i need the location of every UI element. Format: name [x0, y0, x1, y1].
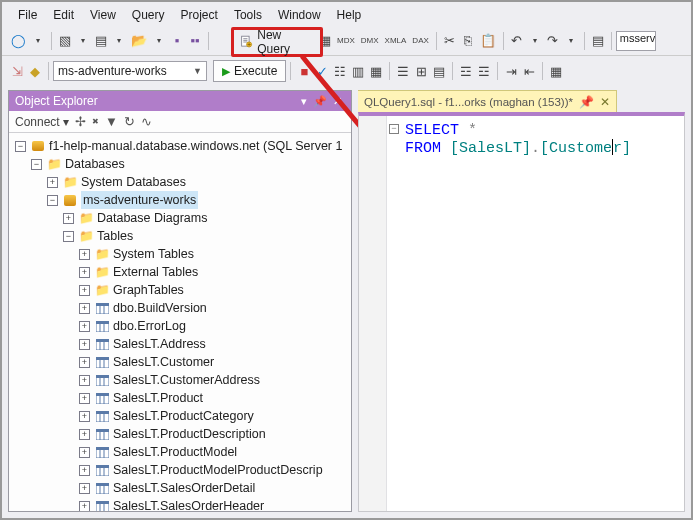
tree-table[interactable]: SalesLT.SalesOrderHeader: [113, 497, 264, 511]
expand-icon[interactable]: +: [79, 321, 90, 332]
tree-table[interactable]: SalesLT.SalesOrderDetail: [113, 479, 255, 497]
undo-icon[interactable]: ↶: [508, 30, 526, 52]
tree-table[interactable]: SalesLT.ProductDescription: [113, 425, 266, 443]
tree-table[interactable]: SalesLT.Customer: [113, 353, 214, 371]
database-selector[interactable]: ms-adventure-works ▼: [53, 61, 207, 81]
stop-icon[interactable]: ✖: [92, 117, 99, 126]
save-icon[interactable]: ▪: [168, 30, 186, 52]
live-stats-icon[interactable]: ▦: [367, 60, 385, 82]
dropdown-arrow-icon[interactable]: ▾: [526, 30, 544, 52]
specify-values-icon[interactable]: ▦: [547, 60, 565, 82]
execute-button[interactable]: ▶ Execute: [213, 60, 286, 82]
uncomment-icon[interactable]: ☲: [475, 60, 493, 82]
pin-icon[interactable]: 📌: [310, 95, 330, 108]
xmla-icon[interactable]: XMLA: [382, 30, 410, 52]
close-icon[interactable]: ✕: [600, 95, 610, 109]
results-text-icon[interactable]: ☰: [394, 60, 412, 82]
dax-icon[interactable]: DAX: [409, 30, 431, 52]
collapse-icon[interactable]: −: [15, 141, 26, 152]
expand-icon[interactable]: +: [79, 357, 90, 368]
menu-edit[interactable]: Edit: [45, 6, 82, 24]
menu-query[interactable]: Query: [124, 6, 173, 24]
tree-server[interactable]: f1-help-manual.database.windows.net (SQL…: [49, 137, 342, 155]
tree-table[interactable]: SalesLT.Product: [113, 389, 203, 407]
tree-table[interactable]: SalesLT.ProductModelProductDescrip: [113, 461, 323, 479]
server-combo[interactable]: msservi: [616, 31, 656, 51]
open-icon[interactable]: 📂: [128, 30, 150, 52]
menu-file[interactable]: File: [10, 6, 45, 24]
attach-icon[interactable]: ⇲: [8, 60, 26, 82]
refresh-icon[interactable]: ↻: [124, 114, 135, 129]
tree-graph-tables[interactable]: GraphTables: [113, 281, 184, 299]
collapse-icon[interactable]: −: [31, 159, 42, 170]
paste-icon[interactable]: 📋: [477, 30, 499, 52]
properties-icon[interactable]: ▤: [589, 30, 607, 52]
menu-window[interactable]: Window: [270, 6, 329, 24]
expand-icon[interactable]: +: [79, 411, 90, 422]
redo-icon[interactable]: ↷: [544, 30, 562, 52]
tree-system-tables[interactable]: System Tables: [113, 245, 194, 263]
tree-table[interactable]: SalesLT.ProductModel: [113, 443, 237, 461]
expand-icon[interactable]: +: [79, 303, 90, 314]
indent-icon[interactable]: ⇥: [502, 60, 520, 82]
dropdown-arrow-icon[interactable]: ▾: [74, 30, 92, 52]
menu-tools[interactable]: Tools: [226, 6, 270, 24]
results-file-icon[interactable]: ▤: [430, 60, 448, 82]
tree-selected-db[interactable]: ms-adventure-works: [81, 191, 198, 209]
expand-icon[interactable]: +: [79, 483, 90, 494]
expand-icon[interactable]: +: [79, 285, 90, 296]
collapse-icon[interactable]: −: [47, 195, 58, 206]
parse-icon[interactable]: ✓: [313, 60, 331, 82]
document-tab[interactable]: QLQuery1.sql - f1...orks (maghan (153))*…: [358, 90, 617, 112]
stop-icon[interactable]: ■: [295, 60, 313, 82]
mdx-icon[interactable]: MDX: [334, 30, 358, 52]
expand-icon[interactable]: +: [79, 501, 90, 512]
outline-collapse-icon[interactable]: −: [389, 124, 399, 134]
results-grid-icon[interactable]: ⊞: [412, 60, 430, 82]
expand-icon[interactable]: +: [79, 465, 90, 476]
comment-icon[interactable]: ☲: [457, 60, 475, 82]
connect-dropdown[interactable]: Connect ▾: [15, 115, 69, 129]
object-explorer-title-bar[interactable]: Object Explorer ▾ 📌 ✕: [9, 91, 351, 111]
tree-databases[interactable]: Databases: [65, 155, 125, 173]
copy-icon[interactable]: ⎘: [459, 30, 477, 52]
tree-table[interactable]: SalesLT.CustomerAddress: [113, 371, 260, 389]
tree-table[interactable]: dbo.ErrorLog: [113, 317, 186, 335]
close-icon[interactable]: ✕: [330, 95, 345, 108]
menu-project[interactable]: Project: [173, 6, 226, 24]
display-plan-icon[interactable]: ☷: [331, 60, 349, 82]
tree-system-databases[interactable]: System Databases: [81, 173, 186, 191]
tree-external-tables[interactable]: External Tables: [113, 263, 198, 281]
tree-table[interactable]: SalesLT.Address: [113, 335, 206, 353]
expand-icon[interactable]: +: [79, 429, 90, 440]
object-explorer-tree[interactable]: −f1-help-manual.database.windows.net (SQ…: [9, 133, 351, 511]
dropdown-arrow-icon[interactable]: ▾: [29, 30, 47, 52]
collapse-icon[interactable]: −: [63, 231, 74, 242]
tree-table[interactable]: SalesLT.ProductCategory: [113, 407, 254, 425]
expand-icon[interactable]: +: [79, 267, 90, 278]
tree-table[interactable]: dbo.BuildVersion: [113, 299, 207, 317]
window-position-icon[interactable]: ▾: [298, 95, 310, 108]
activity-icon[interactable]: ∿: [141, 114, 152, 129]
filter-icon[interactable]: ✢: [75, 114, 86, 129]
tree-db-diagrams[interactable]: Database Diagrams: [97, 209, 207, 227]
new-query-button[interactable]: New Query: [231, 27, 323, 57]
new-item-icon[interactable]: ▤: [92, 30, 110, 52]
filter2-icon[interactable]: ▼: [105, 114, 118, 129]
tree-tables[interactable]: Tables: [97, 227, 133, 245]
query-editor[interactable]: − SELECT * FROM [SalesLT].[Customer]: [358, 112, 685, 512]
expand-icon[interactable]: +: [79, 339, 90, 350]
include-plan-icon[interactable]: ▥: [349, 60, 367, 82]
expand-icon[interactable]: +: [79, 249, 90, 260]
nav-back-icon[interactable]: ◯: [8, 30, 29, 52]
outdent-icon[interactable]: ⇤: [520, 60, 538, 82]
expand-icon[interactable]: +: [63, 213, 74, 224]
tag-icon[interactable]: ◆: [26, 60, 44, 82]
dmx-icon[interactable]: DMX: [358, 30, 382, 52]
expand-icon[interactable]: +: [79, 393, 90, 404]
expand-icon[interactable]: +: [47, 177, 58, 188]
pin-icon[interactable]: 📌: [579, 95, 594, 109]
dropdown-arrow-icon[interactable]: ▾: [150, 30, 168, 52]
expand-icon[interactable]: +: [79, 447, 90, 458]
save-all-icon[interactable]: ▪▪: [186, 30, 204, 52]
